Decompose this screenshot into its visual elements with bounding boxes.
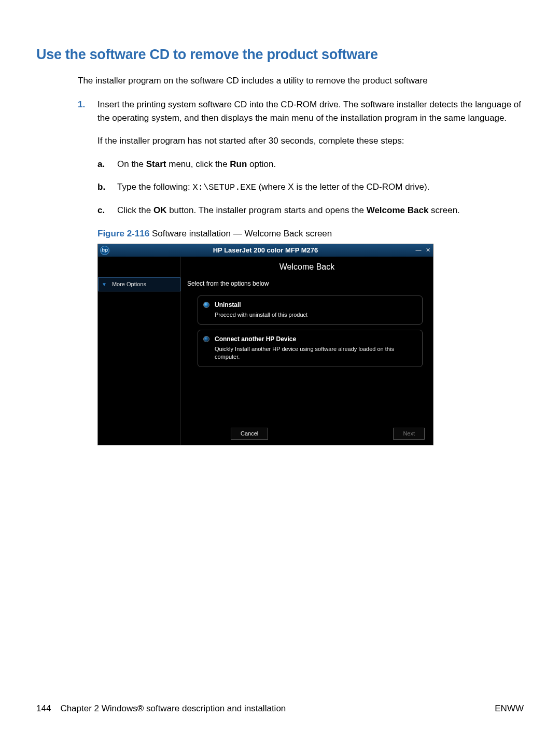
more-options-label: More Options xyxy=(112,280,146,289)
figure-caption: Figure 2-116 Software installation — Wel… xyxy=(97,227,524,241)
substep-b-marker: b. xyxy=(97,180,117,194)
minimize-icon[interactable]: — xyxy=(414,247,423,254)
step-1-marker: 1. xyxy=(78,98,97,445)
option-uninstall-title: Uninstall xyxy=(215,300,307,310)
substep-b: b. Type the following: X:\SETUP.EXE (whe… xyxy=(97,180,524,194)
option-uninstall-desc: Proceed with uninstall of this product xyxy=(215,311,307,319)
step-1-para-2: If the installer program has not started… xyxy=(97,134,524,148)
option-connect[interactable]: Connect another HP Device Quickly Instal… xyxy=(198,330,423,367)
text: option. xyxy=(247,159,276,169)
welcome-back-bold: Welcome Back xyxy=(367,205,429,215)
chevron-down-icon: ▼ xyxy=(102,280,107,289)
text: Click the xyxy=(117,205,153,215)
text: menu, click the xyxy=(166,159,230,169)
intro-paragraph: The installer program on the software CD… xyxy=(78,74,524,88)
section-heading: Use the software CD to remove the produc… xyxy=(36,47,524,63)
radio-icon[interactable] xyxy=(203,302,209,308)
page-number: 144 xyxy=(36,704,51,714)
figure-label: Figure 2-116 xyxy=(97,229,149,238)
step-1-para-1: Insert the printing system software CD i… xyxy=(97,98,524,125)
window-title: HP LaserJet 200 color MFP M276 xyxy=(98,245,433,256)
next-button[interactable]: Next xyxy=(393,428,425,440)
text: (where X is the letter of the CD-ROM dri… xyxy=(256,182,429,192)
page-footer: 144 Chapter 2 Windows® software descript… xyxy=(36,704,524,714)
cancel-button[interactable]: Cancel xyxy=(231,428,268,440)
welcome-heading: Welcome Back xyxy=(187,257,427,279)
substep-c-marker: c. xyxy=(97,204,117,217)
main-panel: Welcome Back Select from the options bel… xyxy=(181,257,433,445)
option-connect-title: Connect another HP Device xyxy=(215,334,417,344)
option-connect-desc: Quickly Install another HP device using … xyxy=(215,345,417,361)
start-bold: Start xyxy=(146,159,166,169)
chapter-label: Chapter 2 Windows® software description … xyxy=(60,704,286,714)
text: On the xyxy=(117,159,146,169)
figure-text: Software installation — Welcome Back scr… xyxy=(149,229,332,238)
close-icon[interactable]: ✕ xyxy=(424,247,432,254)
installer-window: hp HP LaserJet 200 color MFP M276 — ✕ ▼ … xyxy=(97,244,433,445)
text: button. The installer program starts and… xyxy=(166,205,366,215)
titlebar[interactable]: hp HP LaserJet 200 color MFP M276 — ✕ xyxy=(98,244,433,257)
more-options-button[interactable]: ▼ More Options xyxy=(98,277,180,291)
substep-c: c. Click the OK button. The installer pr… xyxy=(97,204,524,217)
option-uninstall[interactable]: Uninstall Proceed with uninstall of this… xyxy=(198,296,423,325)
footer-right: ENWW xyxy=(495,704,524,714)
step-1: 1. Insert the printing system software C… xyxy=(78,98,524,445)
run-bold: Run xyxy=(230,159,247,169)
sidebar: ▼ More Options xyxy=(98,257,181,445)
setup-path-code: X:\SETUP.EXE xyxy=(193,182,256,192)
text: Type the following: xyxy=(117,182,193,192)
text: screen. xyxy=(428,205,459,215)
select-prompt: Select from the options below xyxy=(187,279,427,289)
ok-bold: OK xyxy=(153,205,167,215)
substep-a: a. On the Start menu, click the Run opti… xyxy=(97,158,524,171)
radio-icon[interactable] xyxy=(203,336,209,342)
substep-a-marker: a. xyxy=(97,158,117,171)
